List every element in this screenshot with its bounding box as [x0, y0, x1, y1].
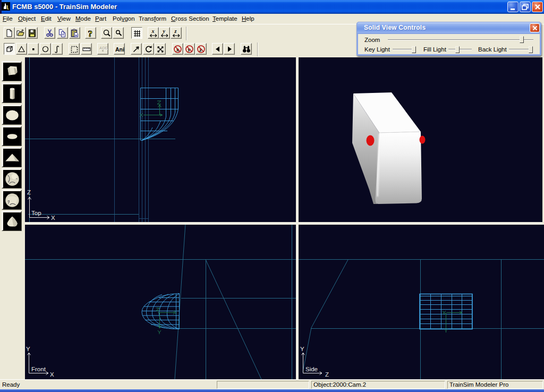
svg-text:z: z [174, 29, 177, 34]
svg-text:y: y [163, 29, 166, 34]
svg-text:x: x [151, 29, 155, 34]
svg-text:X: X [51, 215, 55, 221]
svg-text:X: X [50, 371, 54, 378]
svg-text:Top: Top [31, 210, 41, 216]
svg-text:Front: Front [31, 366, 46, 372]
svg-text:Side: Side [305, 366, 318, 372]
svg-text:?: ? [88, 29, 93, 38]
svg-text:Z: Z [325, 371, 329, 378]
svg-text:Z: Z [27, 189, 31, 195]
svg-text:Y: Y [300, 346, 304, 352]
svg-text:Y: Y [26, 346, 30, 352]
svg-text:ADD: ADD [99, 46, 108, 50]
svg-text:Ani: Ani [115, 46, 124, 53]
